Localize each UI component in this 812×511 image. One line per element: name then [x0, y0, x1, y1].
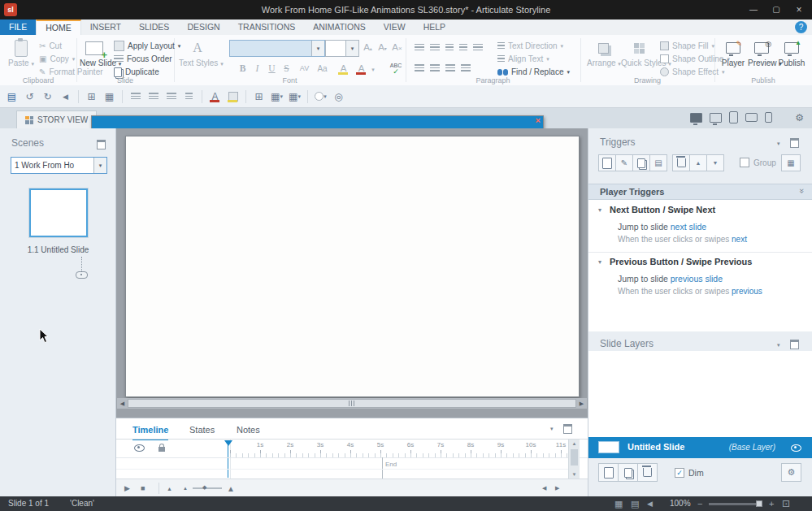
collapse-trigger-icon[interactable]: ▾ — [598, 207, 601, 214]
copy-trigger-button[interactable] — [632, 154, 650, 171]
tab-slides[interactable]: SLIDES — [130, 19, 178, 35]
timeline-scroll-right-icon[interactable]: ▶ — [555, 482, 559, 495]
align-left-quick-icon[interactable] — [128, 89, 142, 104]
align-text-button[interactable]: Align Text ▾ — [497, 53, 549, 65]
timeline-scroll-left-icon[interactable]: ◀ — [542, 482, 546, 495]
scroll-up-icon[interactable]: ▲ — [569, 440, 580, 448]
triggers-menu-dropdown-icon[interactable]: ▾ — [777, 141, 780, 146]
scroll-left-icon[interactable]: ◀ — [117, 398, 128, 409]
align-center-icon[interactable] — [430, 64, 440, 71]
grow-font-button[interactable]: A▴ — [361, 41, 375, 54]
timeline-visibility-column-icon[interactable] — [134, 444, 145, 452]
slide-layers-float-panel-icon[interactable] — [790, 340, 799, 349]
align-right-icon[interactable] — [445, 64, 455, 71]
slide-view-toggle-icon[interactable]: ▤ — [631, 496, 639, 511]
picture-icon[interactable]: ▦▾ — [270, 89, 284, 104]
paste-button[interactable]: Paste ▾ — [7, 37, 36, 67]
shrink-font-button[interactable]: A▾ — [376, 41, 389, 54]
fit-to-window-icon[interactable]: ⊡ — [782, 496, 790, 511]
timeline-end-marker[interactable] — [382, 457, 383, 479]
zoom-quick-icon[interactable]: ◎ — [332, 89, 345, 104]
change-case-button[interactable]: Aa — [315, 62, 329, 76]
delete-trigger-button[interactable] — [672, 154, 690, 171]
scene-link-icon[interactable] — [76, 271, 88, 279]
audio-icon[interactable]: ◀ — [59, 89, 72, 104]
new-slide-button[interactable]: New Slide ▾ — [80, 37, 109, 67]
laptop-view-icon[interactable] — [710, 113, 722, 123]
tab-help[interactable]: HELP — [415, 19, 454, 35]
fill-color-quick-icon[interactable] — [226, 89, 240, 104]
scroll-down-icon[interactable]: ▼ — [569, 470, 580, 479]
align-right-quick-icon[interactable] — [164, 89, 178, 104]
font-color-quick-icon[interactable]: A — [208, 89, 222, 104]
copy-button[interactable]: ▣Copy ▾ — [39, 53, 75, 65]
phone-view-icon[interactable] — [765, 112, 772, 123]
trigger-title[interactable]: Next Button / Swipe Next — [610, 205, 715, 214]
font-color-dropdown-icon[interactable]: ▾ — [369, 62, 377, 76]
zoom-out-button[interactable]: − — [697, 496, 702, 511]
trigger-condition-link[interactable]: next — [732, 235, 747, 244]
increase-indent-icon[interactable] — [459, 44, 467, 51]
clear-formatting-button[interactable]: A× — [390, 41, 404, 54]
slide-thumbnail-caption[interactable]: 1.1 Untitled Slide — [0, 245, 116, 254]
scenes-float-panel-icon[interactable] — [97, 140, 106, 149]
dim-checkbox[interactable]: ✓ — [675, 468, 684, 478]
move-trigger-up-button[interactable]: ▲ — [689, 154, 707, 171]
tab-transitions[interactable]: TRANSITIONS — [229, 19, 305, 35]
volume-icon[interactable]: ◀ — [647, 496, 653, 511]
timeline-lock-column-icon[interactable] — [158, 447, 165, 452]
font-name-dropdown-icon[interactable]: ▾ — [311, 41, 324, 56]
quick-styles-button[interactable]: Quick Styles ▾ — [621, 37, 657, 67]
close-button[interactable]: × — [788, 0, 810, 19]
help-icon[interactable]: ? — [795, 21, 807, 33]
timeline-zoom-in-icon[interactable]: ▲ — [227, 482, 235, 495]
paste-trigger-button[interactable]: ▤ — [649, 154, 667, 171]
timeline-zoom-slider[interactable] — [193, 487, 222, 489]
player-button[interactable]: ✎ Player — [720, 37, 746, 67]
trigger-wizard-button[interactable]: ▦ — [781, 154, 801, 171]
spell-check-button[interactable]: ABC ✓ — [385, 62, 406, 76]
stop-button[interactable]: ■ — [141, 482, 145, 495]
text-highlight-button[interactable]: A — [337, 62, 350, 76]
layer-visibility-icon[interactable] — [791, 444, 801, 452]
tab-file[interactable]: FILE — [0, 19, 36, 35]
tab-design[interactable]: DESIGN — [178, 19, 228, 35]
tab-insert[interactable]: INSERT — [81, 19, 130, 35]
shapes-icon[interactable]: ▾ — [314, 89, 328, 104]
maximize-button[interactable]: ▢ — [765, 0, 788, 19]
underline-button[interactable]: U — [265, 62, 279, 76]
trigger-action-link[interactable]: previous slide — [671, 274, 723, 284]
trigger-condition-link[interactable]: previous — [732, 287, 762, 296]
zoom-in-button[interactable]: + — [769, 496, 774, 511]
layout-quick-icon[interactable]: ▦ — [102, 89, 116, 104]
align-center-quick-icon[interactable] — [146, 89, 160, 104]
collapse-all-triggers-icon[interactable]: » — [797, 188, 807, 193]
tab-notes[interactable]: Notes — [237, 422, 260, 439]
tab-states[interactable]: States — [189, 422, 215, 439]
slide-layers-menu-dropdown-icon[interactable]: ▾ — [777, 342, 780, 348]
timeline-ruler[interactable]: 1s 2s 3s 4s 5s 6s 7s 8s 9s 10s 11s — [230, 440, 568, 457]
font-color-button[interactable]: A — [354, 62, 368, 76]
character-spacing-button[interactable]: AV — [297, 62, 311, 76]
bold-button[interactable]: B — [236, 62, 250, 76]
table-icon[interactable]: ▦▾ — [288, 89, 302, 104]
font-size-combobox[interactable]: ▾ — [325, 40, 359, 57]
duplicate-layer-button[interactable] — [618, 463, 638, 482]
zoom-slider-thumb[interactable] — [756, 500, 762, 507]
text-styles-button[interactable]: A Text Styles ▾ — [179, 37, 216, 67]
trigger-action[interactable]: Jump to slide next slide — [618, 222, 706, 232]
tab-animations[interactable]: ANIMATIONS — [304, 19, 375, 35]
minimize-button[interactable]: — — [742, 0, 765, 19]
scene-selector-dropdown[interactable]: 1 Work From Ho ▾ — [11, 157, 107, 174]
close-slide-tab-icon[interactable]: × — [536, 116, 541, 125]
new-slide-quick-icon[interactable]: ⊞ — [85, 89, 98, 104]
timeline-zoom-out-icon[interactable]: ▲ — [183, 482, 188, 495]
collapse-trigger-icon[interactable]: ▾ — [598, 259, 601, 266]
scroll-to-playhead-icon[interactable]: ▲ — [167, 482, 172, 495]
player-settings-gear-icon[interactable]: ⚙ — [795, 113, 804, 123]
tablet-landscape-view-icon[interactable] — [745, 113, 758, 122]
focus-order-button[interactable]: Focus Order — [114, 53, 172, 65]
story-view-tab[interactable]: STORY VIEW — [16, 110, 97, 128]
publish-button[interactable]: ▲ Publish — [777, 37, 806, 67]
timeline-menu-dropdown-icon[interactable]: ▾ — [550, 426, 554, 431]
